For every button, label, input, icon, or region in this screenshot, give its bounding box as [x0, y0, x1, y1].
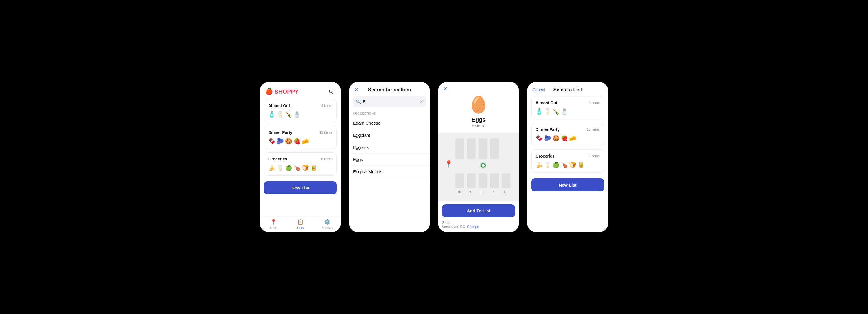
map-label-9: 9 [469, 191, 471, 194]
map-aisle-block [456, 139, 464, 159]
list-card-header: Almost Out 4 items [535, 101, 600, 105]
list-card-almost-out[interactable]: Almost Out 4 items 🧴 🥛 🍾 🧂 [264, 99, 337, 122]
store-map: 10 9 8 7 6 📍 [438, 133, 519, 201]
map-label-6: 6 [504, 191, 506, 194]
svg-line-1 [332, 92, 333, 93]
emoji-item: 🍪 [285, 138, 292, 145]
map-aisle-block [478, 139, 487, 159]
emoji-item: 🍓 [561, 135, 568, 142]
lists-content: Almost Out 4 items 🧴 🥛 🍾 🧂 Dinner Party … [260, 99, 341, 216]
clear-search-button[interactable]: ✕ [419, 99, 423, 104]
close-button[interactable]: ✕ [354, 87, 359, 93]
list-count: 4 items [589, 101, 600, 105]
search-button[interactable] [327, 87, 336, 96]
list-emojis: 🧴 🥛 🍾 🧂 [268, 111, 333, 118]
emoji-item: 🥛 [277, 111, 284, 118]
suggestion-edam-cheese[interactable]: Edam Cheese [349, 117, 430, 129]
list-card-header: Groceries 6 items [535, 154, 600, 159]
new-list-button[interactable]: New List [264, 181, 337, 194]
map-aisle-block [502, 173, 510, 188]
list-name: Dinner Party [268, 130, 292, 135]
list-count: 4 items [321, 104, 333, 108]
item-location-dot [481, 163, 486, 168]
list-card-header: Groceries 6 items [268, 157, 333, 161]
list-count: 6 items [321, 157, 333, 161]
nav-lists-label: Lists [297, 226, 304, 229]
emoji-item: 🍞 [569, 161, 576, 168]
emoji-item: 🧀 [302, 138, 309, 145]
list-count: 13 items [319, 130, 333, 135]
emoji-item: 🥛 [277, 164, 284, 171]
map-aisle-block [490, 173, 499, 188]
emoji-item: 🍞 [302, 164, 309, 171]
item-image: 🥚 [468, 95, 489, 114]
select-list-almost-out[interactable]: Almost Out 4 items 🧴 🥛 🍾 🧂 [531, 96, 604, 119]
emoji-item: 🍓 [293, 138, 301, 145]
suggestion-eggs[interactable]: Eggs [349, 153, 430, 166]
suggestion-eggplant[interactable]: Eggplant [349, 129, 430, 141]
emoji-item: 🧂 [561, 108, 568, 115]
emoji-item: 🫐 [544, 135, 551, 142]
list-count: 13 items [587, 127, 600, 132]
settings-icon: ⚙️ [324, 219, 331, 225]
screen1-header: 🍎 SHOPPY [260, 82, 341, 99]
list-emojis: 🍫 🫐 🍪 🍓 🧀 [535, 135, 600, 142]
select-list-dinner-party[interactable]: Dinner Party 13 items 🍫 🫐 🍪 🍓 🧀 [531, 123, 604, 146]
emoji-item: 🍾 [552, 108, 560, 115]
cancel-button[interactable]: Cancel [532, 87, 545, 92]
list-card-groceries[interactable]: Groceries 6 items 🍌 🥛 🍏 🍗 🍞 🥫 [264, 152, 337, 175]
nav-settings[interactable]: ⚙️ Settings [314, 219, 341, 229]
map-label-8: 8 [481, 191, 483, 194]
list-count: 6 items [589, 154, 600, 158]
screen4-header: Cancel Select a List [527, 82, 608, 96]
nav-store[interactable]: 📍 Store [260, 219, 287, 229]
nav-lists[interactable]: 📋 Lists [287, 219, 314, 229]
search-input[interactable] [353, 96, 426, 107]
emoji-item: 🥫 [578, 161, 585, 168]
new-list-button-select[interactable]: New List [531, 178, 604, 192]
suggestion-english-muffins[interactable]: English Muffins [349, 166, 430, 178]
list-emojis: 🍌 🥛 🍏 🍗 🍞 🥫 [535, 161, 600, 168]
list-name: Almost Out [535, 101, 557, 105]
emoji-item: 🍌 [268, 164, 275, 171]
store-info: Store Vancouver, BC Change [438, 220, 519, 232]
select-list-groceries[interactable]: Groceries 6 items 🍌 🥛 🍏 🍗 🍞 🥫 [531, 149, 604, 173]
emoji-item: 🧴 [268, 111, 275, 118]
search-icon: 🔍 [356, 99, 361, 104]
select-list-content: Almost Out 4 items 🧴 🥛 🍾 🧂 Dinner Party … [527, 96, 608, 232]
emoji-item: 🧴 [535, 108, 543, 115]
emoji-item: 🍏 [285, 164, 292, 171]
screen-select-list: Cancel Select a List Almost Out 4 items … [527, 82, 608, 232]
select-list-title: Select a List [553, 87, 582, 93]
emoji-item: 🍏 [552, 161, 560, 168]
suggestions-label: SUGGESTIONS [349, 110, 430, 117]
nav-settings-label: Settings [321, 226, 333, 229]
add-to-list-button[interactable]: Add To List [442, 204, 515, 217]
nav-store-label: Store [270, 226, 277, 229]
emoji-item: 🍫 [268, 138, 275, 145]
map-aisle-block [467, 139, 476, 159]
map-aisle-block [478, 173, 487, 188]
item-name: Eggs [472, 116, 486, 123]
item-display: 🥚 Eggs Aisle 10 [438, 92, 519, 133]
list-name: Groceries [535, 154, 554, 159]
screens-container: 🍎 SHOPPY Almost Out 4 items 🧴 🥛 [260, 82, 608, 232]
screen-item-detail: ✕ 🥚 Eggs Aisle 10 10 9 8 7 6 [438, 82, 519, 232]
emoji-item: 🫐 [277, 138, 284, 145]
emoji-item: 🍗 [293, 164, 301, 171]
item-aisle: Aisle 10 [472, 124, 485, 128]
list-name: Dinner Party [535, 127, 560, 132]
store-change-button[interactable]: Change [467, 225, 479, 229]
lists-icon: 📋 [297, 219, 304, 225]
emoji-item: 🧀 [569, 135, 576, 142]
map-aisle-block [456, 173, 464, 188]
suggestion-eggrolls[interactable]: Eggrolls [349, 141, 430, 153]
list-emojis: 🍌 🥛 🍏 🍗 🍞 🥫 [268, 164, 333, 171]
emoji-item: 🥛 [544, 108, 551, 115]
emoji-item: 🥫 [310, 164, 317, 171]
map-label-7: 7 [492, 191, 494, 194]
list-emojis: 🍫 🫐 🍪 🍓 🧀 [268, 138, 333, 145]
store-label: Store [442, 221, 451, 225]
close-detail-button[interactable]: ✕ [443, 86, 447, 92]
list-card-dinner-party[interactable]: Dinner Party 13 items 🍫 🫐 🍪 🍓 🧀 [264, 126, 337, 149]
